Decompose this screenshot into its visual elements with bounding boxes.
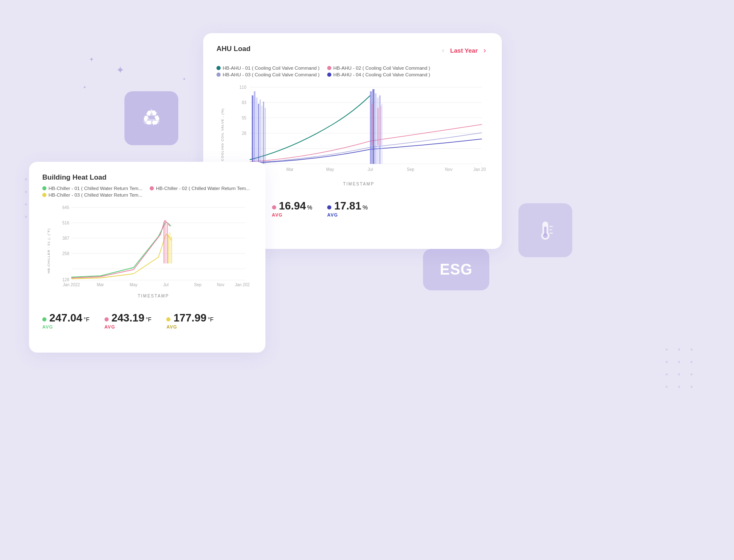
svg-rect-30 <box>261 106 262 164</box>
heat-y-axis-label: HB-CHILLER : 01 (, (°F) <box>47 228 51 273</box>
svg-text:May: May <box>326 167 334 172</box>
svg-text:110: 110 <box>239 85 246 90</box>
heat-chart-container: HB-CHILLER : 01 (, (°F) 645 516 387 258 … <box>42 203 252 298</box>
ahu-stat-dot-02 <box>272 205 276 209</box>
heat-stat-01: 247.04 °F AVG <box>42 312 90 329</box>
svg-rect-29 <box>260 100 261 164</box>
heat-legend: HB-Chiller - 01 ( Chilled Water Return T… <box>42 186 252 197</box>
thermometer-icon-card <box>518 203 572 257</box>
ahu-stat-02: 16.94 % AVG <box>272 200 313 217</box>
ahu-stat-unit-02: % <box>307 204 312 211</box>
heat-stat-03: 177.99 °F AVG <box>166 312 214 329</box>
heat-stat-value-03: 177.99 <box>173 312 207 324</box>
svg-rect-28 <box>258 104 259 164</box>
svg-rect-26 <box>254 91 255 164</box>
heat-stat-unit-01: °F <box>84 316 90 323</box>
svg-text:Mar: Mar <box>97 282 104 287</box>
heat-stat-dot-03 <box>166 317 170 321</box>
svg-rect-27 <box>256 97 258 164</box>
svg-rect-31 <box>263 102 264 164</box>
ahu-stat-label-03: AVG <box>327 212 368 217</box>
ahu-legend-item-03: HB-AHU - 03 ( Cooling Coil Valve Command… <box>216 72 320 77</box>
sparkle-icon: ✦ <box>89 56 94 63</box>
heat-stat-dot-02 <box>105 317 109 321</box>
svg-text:Jul: Jul <box>163 282 169 287</box>
ahu-x-axis-label: TIMESTAMP <box>229 182 489 186</box>
ahu-card-title: AHU Load <box>216 45 250 53</box>
svg-text:645: 645 <box>62 205 69 210</box>
svg-text:Jan 2023: Jan 2023 <box>473 167 486 172</box>
svg-rect-35 <box>375 93 377 164</box>
sparkle-icon: ✦ <box>116 64 124 76</box>
ahu-stat-label-02: AVG <box>272 212 313 217</box>
ahu-legend-item-04: HB-AHU - 04 ( Cooling Coil Valve Command… <box>327 72 430 77</box>
ahu-period-label: Last Year <box>450 47 478 54</box>
ahu-chart-svg: 110 83 55 28 0 Jan 2022 Mar May Jul Sep … <box>229 83 486 178</box>
svg-rect-64 <box>169 232 170 263</box>
svg-text:55: 55 <box>242 116 247 120</box>
heat-stat-unit-02: °F <box>146 316 151 323</box>
ahu-stat-value-02: 16.94 <box>279 200 306 212</box>
ahu-stat-value-03: 17.81 <box>334 200 361 212</box>
svg-rect-25 <box>252 95 253 164</box>
svg-text:Sep: Sep <box>194 282 202 287</box>
svg-rect-60 <box>163 222 165 263</box>
heat-stat-label-01: AVG <box>42 324 90 329</box>
heat-stat-value-01: 247.04 <box>49 312 83 324</box>
ahu-y-axis-label: COOLING COIL VALVE , (%) <box>221 108 225 161</box>
heat-legend-item-03: HB-Chiller - 03 ( Chilled Water Return T… <box>42 192 142 197</box>
sparkle-icon: ✦ <box>182 77 186 81</box>
svg-text:Jan 2023: Jan 2023 <box>235 282 250 287</box>
ahu-next-button[interactable]: › <box>481 45 489 56</box>
ahu-stat-03: 17.81 % AVG <box>327 200 368 217</box>
svg-text:May: May <box>130 282 138 287</box>
svg-text:Jul: Jul <box>368 167 373 172</box>
esg-icon-card: ESG <box>423 249 489 290</box>
ahu-legend-item-01: HB-AHU - 01 ( Cooling Coil Valve Command… <box>216 66 320 71</box>
svg-text:83: 83 <box>242 100 247 105</box>
recycle-icon-card: ♻ <box>124 91 178 145</box>
svg-text:128: 128 <box>62 278 69 282</box>
ahu-legend: HB-AHU - 01 ( Cooling Coil Valve Command… <box>216 66 489 77</box>
svg-text:Nov: Nov <box>445 167 452 172</box>
ahu-stat-dot-03 <box>327 205 331 209</box>
heat-load-card: Building Heat Load HB-Chiller - 01 ( Chi… <box>29 162 265 353</box>
ahu-nav-row: ‹ Last Year › <box>440 45 489 56</box>
heat-stat-unit-03: °F <box>208 316 214 323</box>
svg-text:387: 387 <box>62 236 69 241</box>
ahu-stat-unit-03: % <box>362 204 367 211</box>
heat-x-axis-label: TIMESTAMP <box>55 294 252 298</box>
svg-rect-61 <box>165 220 166 263</box>
svg-rect-63 <box>168 234 169 263</box>
esg-label: ESG <box>440 261 472 278</box>
svg-rect-65 <box>171 236 172 263</box>
svg-text:Mar: Mar <box>286 167 294 172</box>
heat-stat-value-02: 243.19 <box>112 312 145 324</box>
ahu-legend-item-02: HB-AHU - 02 ( Cooling Coil Valve Command… <box>327 66 430 71</box>
svg-text:28: 28 <box>242 131 247 136</box>
heat-stat-dot-01 <box>42 317 46 321</box>
heat-legend-item-02: HB-Chiller - 02 ( Chilled Water Return T… <box>150 186 250 191</box>
heat-legend-item-01: HB-Chiller - 01 ( Chilled Water Return T… <box>42 186 142 191</box>
svg-text:516: 516 <box>62 221 69 225</box>
heat-stat-02: 243.19 °F AVG <box>105 312 152 329</box>
svg-text:Jan 2022: Jan 2022 <box>63 282 80 287</box>
heat-stats-row: 247.04 °F AVG 243.19 °F AVG 177.99 °F AV… <box>42 306 252 329</box>
svg-rect-40 <box>377 108 379 145</box>
svg-rect-39 <box>372 104 373 145</box>
heat-stat-label-03: AVG <box>166 324 214 329</box>
svg-text:Nov: Nov <box>217 282 224 287</box>
ahu-prev-button[interactable]: ‹ <box>440 45 447 56</box>
svg-text:258: 258 <box>62 251 69 256</box>
thermometer-icon <box>533 218 557 242</box>
svg-rect-32 <box>265 108 266 164</box>
recycle-symbol: ♻ <box>142 106 161 131</box>
svg-rect-41 <box>380 106 382 145</box>
heat-stat-label-02: AVG <box>105 324 152 329</box>
svg-point-3 <box>543 233 548 238</box>
svg-text:Sep: Sep <box>407 167 414 172</box>
heat-chart-svg: 645 516 387 258 128 Jan 2022 Mar May Jul… <box>55 203 250 290</box>
sparkle-icon: ✦ <box>83 85 86 90</box>
heat-card-title: Building Heat Load <box>42 173 107 181</box>
